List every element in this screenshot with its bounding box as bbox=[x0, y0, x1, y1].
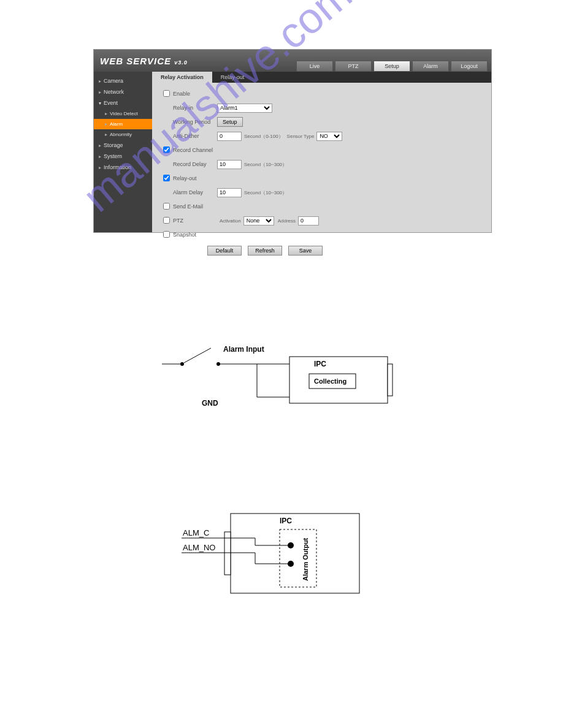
content-panel: Relay Activation Relay-out Enable Relay-… bbox=[152, 72, 491, 232]
app-header: WEB SERVICE v3.0 Live PTZ Setup Alarm Lo… bbox=[94, 50, 491, 72]
send-email-label: Send E-Mail bbox=[173, 203, 217, 210]
chevron-right-icon: ▸ bbox=[105, 121, 107, 127]
row-enable: Enable bbox=[163, 89, 484, 99]
row-snapshot: Snapshot bbox=[163, 230, 484, 240]
sidebar-item-label: Event bbox=[104, 100, 118, 106]
chevron-right-icon: ▸ bbox=[99, 143, 101, 148]
record-delay-input[interactable] bbox=[217, 160, 242, 169]
nav-alarm[interactable]: Alarm bbox=[412, 61, 449, 72]
alarm-delay-label: Alarm Delay bbox=[173, 189, 217, 195]
sidebar-item-storage[interactable]: ▸Storage bbox=[94, 140, 152, 151]
record-delay-unit: Second（10~300） bbox=[244, 161, 287, 168]
text-alm-c: ALM_C bbox=[183, 528, 209, 537]
setup-button[interactable]: Setup bbox=[217, 117, 243, 127]
chevron-right-icon: ▸ bbox=[105, 111, 107, 116]
text-alarm-input: Alarm Input bbox=[223, 345, 264, 354]
address-input[interactable] bbox=[298, 216, 319, 226]
anti-dither-input[interactable] bbox=[217, 132, 242, 141]
row-ptz: PTZ Activation None Address bbox=[163, 216, 484, 226]
row-record-delay: Record Delay Second（10~300） bbox=[163, 159, 484, 169]
sidebar-item-event[interactable]: ▾Event bbox=[94, 97, 152, 108]
record-channel-checkbox[interactable] bbox=[163, 146, 170, 153]
chevron-right-icon: ▸ bbox=[99, 89, 101, 95]
svg-rect-10 bbox=[231, 514, 359, 593]
row-relay-out: Relay-out bbox=[163, 173, 484, 183]
nav-logout[interactable]: Logout bbox=[451, 61, 488, 72]
logo-main: WEB SERVICE bbox=[100, 56, 171, 66]
text-ipc-2: IPC bbox=[280, 517, 292, 525]
chevron-right-icon: ▸ bbox=[99, 154, 101, 159]
svg-rect-8 bbox=[388, 364, 393, 396]
tab-bar: Relay Activation Relay-out bbox=[152, 72, 491, 83]
sidebar-item-label: Storage bbox=[104, 142, 123, 148]
ptz-checkbox[interactable] bbox=[163, 217, 170, 224]
relay-out-label: Relay-out bbox=[173, 175, 217, 181]
svg-line-2 bbox=[184, 348, 211, 363]
sidebar-item-label: Camera bbox=[104, 78, 123, 84]
row-send-email: Send E-Mail bbox=[163, 202, 484, 211]
default-button[interactable]: Default bbox=[207, 246, 242, 256]
alarm-delay-unit: Second（10~300） bbox=[244, 189, 287, 196]
working-period-label: Working Period bbox=[173, 119, 217, 125]
relay-in-select[interactable]: Alarm1 bbox=[217, 104, 272, 113]
sidebar-item-information[interactable]: ▸Information bbox=[94, 162, 152, 173]
chevron-down-icon: ▾ bbox=[99, 100, 101, 106]
top-nav: Live PTZ Setup Alarm Logout bbox=[296, 61, 488, 72]
app-logo: WEB SERVICE v3.0 bbox=[100, 56, 188, 66]
enable-label: Enable bbox=[173, 91, 217, 97]
nav-setup[interactable]: Setup bbox=[373, 61, 410, 72]
sidebar-item-label: Abnormity bbox=[110, 132, 132, 137]
relay-in-label: Relay-in bbox=[173, 105, 217, 111]
sidebar-item-label: Alarm bbox=[110, 121, 123, 127]
text-ipc: IPC bbox=[314, 360, 326, 368]
activation-select[interactable]: None bbox=[243, 216, 274, 226]
sidebar-item-abnormity[interactable]: ▸Abnormity bbox=[94, 129, 152, 140]
app-body: ▸Camera ▸Network ▾Event ▸Video Detect ▸A… bbox=[94, 72, 491, 232]
svg-point-3 bbox=[216, 362, 220, 366]
text-alarm-output: Alarm Output bbox=[302, 537, 309, 581]
chevron-right-icon: ▸ bbox=[105, 132, 107, 137]
enable-checkbox[interactable] bbox=[163, 90, 170, 97]
row-working-period: Working Period Setup bbox=[163, 117, 484, 127]
anti-dither-label: Anti-Dither bbox=[173, 133, 217, 139]
sidebar-item-camera[interactable]: ▸Camera bbox=[94, 75, 152, 86]
sidebar-item-label: System bbox=[104, 153, 122, 159]
chevron-right-icon: ▸ bbox=[99, 78, 101, 84]
tab-relay-out[interactable]: Relay-out bbox=[212, 72, 253, 83]
sensor-type-label: Sensor Type bbox=[287, 134, 315, 139]
nav-live[interactable]: Live bbox=[296, 61, 333, 72]
snapshot-checkbox[interactable] bbox=[163, 231, 170, 238]
sidebar-item-label: Video Detect bbox=[110, 111, 138, 116]
relay-out-checkbox[interactable] bbox=[163, 175, 170, 181]
activation-label: Activation bbox=[220, 218, 241, 224]
app-window: WEB SERVICE v3.0 Live PTZ Setup Alarm Lo… bbox=[93, 49, 492, 233]
diagram-alarm-input: Alarm Input GND IPC Collecting bbox=[162, 342, 395, 415]
text-collecting: Collecting bbox=[314, 377, 347, 385]
ptz-label: PTZ bbox=[173, 218, 217, 224]
action-buttons: Default Refresh Save bbox=[207, 246, 484, 256]
row-alarm-delay: Alarm Delay Second（10~300） bbox=[163, 188, 484, 197]
chevron-right-icon: ▸ bbox=[99, 165, 101, 170]
sidebar-item-system[interactable]: ▸System bbox=[94, 151, 152, 162]
sidebar: ▸Camera ▸Network ▾Event ▸Video Detect ▸A… bbox=[94, 72, 152, 232]
tab-relay-activation[interactable]: Relay Activation bbox=[152, 72, 212, 83]
text-gnd: GND bbox=[202, 399, 218, 408]
record-channel-label: Record Channel bbox=[173, 147, 217, 153]
refresh-button[interactable]: Refresh bbox=[248, 246, 282, 256]
row-record-channel: Record Channel bbox=[163, 145, 484, 155]
nav-ptz[interactable]: PTZ bbox=[335, 61, 372, 72]
save-button[interactable]: Save bbox=[288, 246, 323, 256]
form: Enable Relay-in Alarm1 Working Period Se… bbox=[152, 83, 491, 262]
sidebar-item-label: Information bbox=[104, 164, 131, 170]
alarm-delay-input[interactable] bbox=[217, 188, 242, 197]
sidebar-item-alarm[interactable]: ▸Alarm bbox=[94, 119, 152, 129]
address-label: Address bbox=[278, 218, 296, 224]
snapshot-label: Snapshot bbox=[173, 232, 217, 238]
sidebar-item-network[interactable]: ▸Network bbox=[94, 86, 152, 97]
anti-dither-unit: Second（0-100） bbox=[244, 133, 283, 140]
sidebar-item-video-detect[interactable]: ▸Video Detect bbox=[94, 108, 152, 119]
diagram-alarm-output: IPC ALM_C ALM_NO Alarm Output bbox=[182, 509, 402, 601]
send-email-checkbox[interactable] bbox=[163, 203, 170, 210]
sensor-type-select[interactable]: NO bbox=[316, 132, 342, 141]
logo-version: v3.0 bbox=[174, 59, 188, 66]
